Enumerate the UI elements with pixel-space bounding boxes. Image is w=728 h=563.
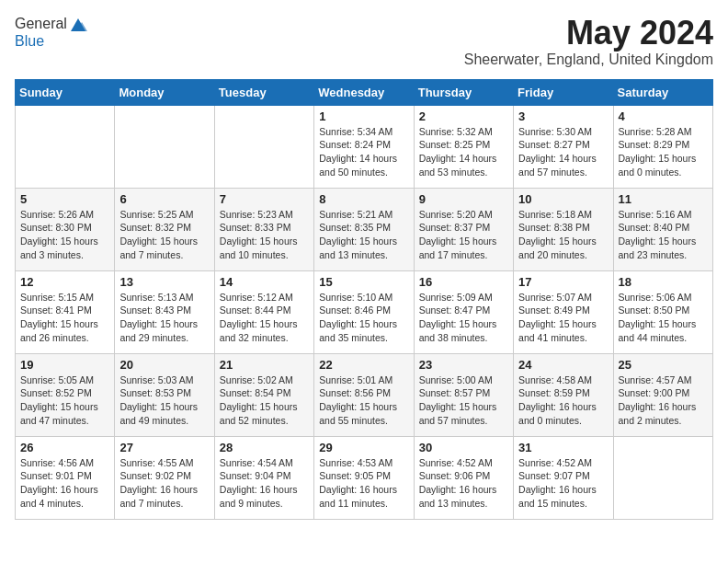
table-row: 21 Sunrise: 5:02 AMSunset: 8:54 PMDaylig… (214, 353, 313, 436)
day-detail: Sunrise: 5:23 AMSunset: 8:33 PMDaylight:… (220, 208, 309, 262)
table-row: 20 Sunrise: 5:03 AMSunset: 8:53 PMDaylig… (115, 353, 214, 436)
day-number: 12 (20, 275, 109, 289)
table-row (115, 105, 214, 188)
day-number: 30 (419, 441, 508, 454)
calendar-week-row: 1 Sunrise: 5:34 AMSunset: 8:24 PMDayligh… (16, 105, 713, 188)
col-friday: Friday (514, 79, 613, 105)
day-detail: Sunrise: 5:15 AMSunset: 8:41 PMDaylight:… (20, 291, 109, 345)
table-row: 8 Sunrise: 5:21 AMSunset: 8:35 PMDayligh… (314, 188, 414, 270)
table-row: 28 Sunrise: 4:54 AMSunset: 9:04 PMDaylig… (214, 436, 313, 519)
day-detail: Sunrise: 5:32 AMSunset: 8:25 PMDaylight:… (419, 125, 508, 179)
day-number: 25 (619, 358, 708, 372)
table-row: 17 Sunrise: 5:07 AMSunset: 8:49 PMDaylig… (514, 270, 613, 353)
table-row: 12 Sunrise: 5:15 AMSunset: 8:41 PMDaylig… (16, 270, 115, 353)
day-number: 20 (119, 358, 209, 372)
day-number: 18 (619, 275, 708, 289)
table-row: 10 Sunrise: 5:18 AMSunset: 8:38 PMDaylig… (514, 188, 613, 270)
day-detail: Sunrise: 5:13 AMSunset: 8:43 PMDaylight:… (119, 291, 209, 345)
day-number: 11 (619, 192, 708, 206)
day-detail: Sunrise: 5:34 AMSunset: 8:24 PMDaylight:… (319, 125, 408, 179)
calendar-table: Sunday Monday Tuesday Wednesday Thursday… (15, 79, 713, 520)
day-number: 28 (220, 441, 309, 454)
calendar-header-row: Sunday Monday Tuesday Wednesday Thursday… (16, 79, 713, 105)
table-row: 1 Sunrise: 5:34 AMSunset: 8:24 PMDayligh… (314, 105, 414, 188)
col-monday: Monday (115, 79, 214, 105)
calendar-week-row: 5 Sunrise: 5:26 AMSunset: 8:30 PMDayligh… (16, 188, 713, 270)
day-number: 6 (119, 192, 209, 206)
day-number: 3 (518, 109, 608, 123)
table-row: 2 Sunrise: 5:32 AMSunset: 8:25 PMDayligh… (414, 105, 513, 188)
day-detail: Sunrise: 5:03 AMSunset: 8:53 PMDaylight:… (119, 373, 209, 428)
day-detail: Sunrise: 5:25 AMSunset: 8:32 PMDaylight:… (119, 208, 209, 262)
day-number: 8 (319, 192, 408, 206)
table-row (16, 105, 115, 188)
table-row: 5 Sunrise: 5:26 AMSunset: 8:30 PMDayligh… (16, 188, 115, 270)
day-detail: Sunrise: 5:07 AMSunset: 8:49 PMDaylight:… (518, 291, 608, 345)
table-row (214, 105, 313, 188)
day-detail: Sunrise: 5:02 AMSunset: 8:54 PMDaylight:… (220, 373, 309, 428)
table-row: 7 Sunrise: 5:23 AMSunset: 8:33 PMDayligh… (214, 188, 313, 270)
table-row: 15 Sunrise: 5:10 AMSunset: 8:46 PMDaylig… (314, 270, 414, 353)
col-wednesday: Wednesday (314, 79, 414, 105)
day-number: 24 (518, 358, 608, 372)
table-row: 13 Sunrise: 5:13 AMSunset: 8:43 PMDaylig… (115, 270, 214, 353)
calendar-week-row: 19 Sunrise: 5:05 AMSunset: 8:52 PMDaylig… (16, 353, 713, 436)
day-number: 10 (518, 192, 608, 206)
day-detail: Sunrise: 5:26 AMSunset: 8:30 PMDaylight:… (20, 208, 109, 262)
day-detail: Sunrise: 4:54 AMSunset: 9:04 PMDaylight:… (220, 456, 309, 511)
col-sunday: Sunday (16, 79, 115, 105)
day-number: 9 (419, 192, 508, 206)
day-number: 5 (20, 192, 109, 206)
logo: General Blue (15, 15, 87, 50)
table-row: 25 Sunrise: 4:57 AMSunset: 9:00 PMDaylig… (613, 353, 712, 436)
day-number: 14 (220, 275, 309, 289)
table-row: 19 Sunrise: 5:05 AMSunset: 8:52 PMDaylig… (16, 353, 115, 436)
day-number: 4 (619, 109, 708, 123)
table-row: 24 Sunrise: 4:58 AMSunset: 8:59 PMDaylig… (514, 353, 613, 436)
table-row: 3 Sunrise: 5:30 AMSunset: 8:27 PMDayligh… (514, 105, 613, 188)
day-detail: Sunrise: 4:52 AMSunset: 9:07 PMDaylight:… (518, 456, 608, 511)
day-number: 21 (220, 358, 309, 372)
day-detail: Sunrise: 5:06 AMSunset: 8:50 PMDaylight:… (619, 291, 708, 345)
day-detail: Sunrise: 5:28 AMSunset: 8:29 PMDaylight:… (619, 125, 708, 179)
day-number: 17 (518, 275, 608, 289)
table-row: 27 Sunrise: 4:55 AMSunset: 9:02 PMDaylig… (115, 436, 214, 519)
table-row: 14 Sunrise: 5:12 AMSunset: 8:44 PMDaylig… (214, 270, 313, 353)
day-detail: Sunrise: 4:55 AMSunset: 9:02 PMDaylight:… (119, 456, 209, 511)
logo-general-text: General (15, 16, 67, 32)
day-number: 1 (319, 109, 408, 123)
day-detail: Sunrise: 5:20 AMSunset: 8:37 PMDaylight:… (419, 208, 508, 262)
location-text: Sheerwater, England, United Kingdom (464, 52, 713, 68)
day-detail: Sunrise: 5:18 AMSunset: 8:38 PMDaylight:… (518, 208, 608, 262)
day-detail: Sunrise: 4:58 AMSunset: 8:59 PMDaylight:… (518, 373, 608, 428)
day-number: 22 (319, 358, 408, 372)
calendar-week-row: 26 Sunrise: 4:56 AMSunset: 9:01 PMDaylig… (16, 436, 713, 519)
day-detail: Sunrise: 4:52 AMSunset: 9:06 PMDaylight:… (419, 456, 508, 511)
table-row: 30 Sunrise: 4:52 AMSunset: 9:06 PMDaylig… (414, 436, 513, 519)
day-number: 26 (20, 441, 109, 454)
day-number: 13 (119, 275, 209, 289)
day-number: 19 (20, 358, 109, 372)
table-row: 18 Sunrise: 5:06 AMSunset: 8:50 PMDaylig… (613, 270, 712, 353)
table-row: 6 Sunrise: 5:25 AMSunset: 8:32 PMDayligh… (115, 188, 214, 270)
table-row: 11 Sunrise: 5:16 AMSunset: 8:40 PMDaylig… (613, 188, 712, 270)
month-title: May 2024 (464, 15, 713, 52)
day-number: 23 (419, 358, 508, 372)
table-row: 29 Sunrise: 4:53 AMSunset: 9:05 PMDaylig… (314, 436, 414, 519)
col-saturday: Saturday (613, 79, 712, 105)
table-row: 16 Sunrise: 5:09 AMSunset: 8:47 PMDaylig… (414, 270, 513, 353)
day-detail: Sunrise: 5:05 AMSunset: 8:52 PMDaylight:… (20, 373, 109, 428)
day-number: 7 (220, 192, 309, 206)
table-row: 4 Sunrise: 5:28 AMSunset: 8:29 PMDayligh… (613, 105, 712, 188)
calendar-week-row: 12 Sunrise: 5:15 AMSunset: 8:41 PMDaylig… (16, 270, 713, 353)
day-detail: Sunrise: 4:56 AMSunset: 9:01 PMDaylight:… (20, 456, 109, 511)
table-row: 23 Sunrise: 5:00 AMSunset: 8:57 PMDaylig… (414, 353, 513, 436)
table-row: 31 Sunrise: 4:52 AMSunset: 9:07 PMDaylig… (514, 436, 613, 519)
col-tuesday: Tuesday (214, 79, 313, 105)
day-detail: Sunrise: 4:57 AMSunset: 9:00 PMDaylight:… (619, 373, 708, 428)
logo-icon (69, 15, 87, 33)
day-number: 29 (319, 441, 408, 454)
day-detail: Sunrise: 5:30 AMSunset: 8:27 PMDaylight:… (518, 125, 608, 179)
day-detail: Sunrise: 5:16 AMSunset: 8:40 PMDaylight:… (619, 208, 708, 262)
day-detail: Sunrise: 5:09 AMSunset: 8:47 PMDaylight:… (419, 291, 508, 345)
